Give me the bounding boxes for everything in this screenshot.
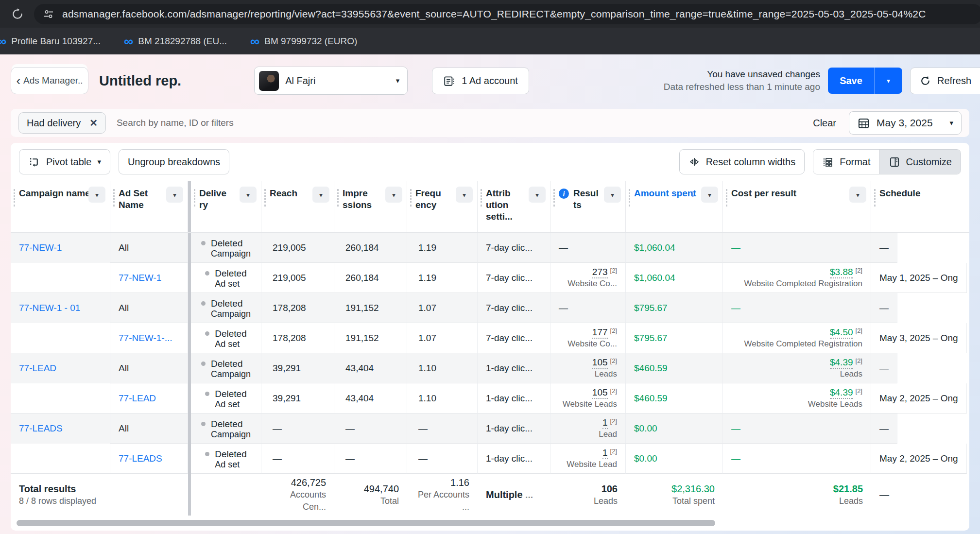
column-header-reach[interactable]: Reach ▾ [261,181,334,232]
adset-name-cell[interactable]: 77-NEW-1-... [110,323,188,353]
adset-name-cell[interactable]: 77-NEW-1 [110,263,188,293]
delivery-cell: Deleted Ad set [191,323,261,353]
column-header-adset-name[interactable]: Ad Set Name ▾ [110,181,188,232]
attribution-cell: 1-day clic... [478,444,550,474]
impressions-cell: 191,152 [334,293,407,323]
adset-name-cell[interactable]: All [110,413,188,444]
column-menu-button[interactable]: ▾ [166,187,183,203]
schedule-cell: May 1, 2025 – Ong [871,263,967,293]
reload-icon[interactable] [8,4,27,24]
frequency-cell: 1.10 [407,353,478,383]
campaign-name-cell[interactable] [11,383,110,413]
clear-filters-link[interactable]: Clear [813,118,836,129]
cost-per-result-cell: — [723,293,871,323]
search-input[interactable] [117,118,428,128]
save-options-button[interactable]: ▾ [874,68,902,94]
column-menu-button[interactable]: ▾ [849,187,866,203]
column-header-impressions[interactable]: Impressions ▾ [334,181,407,232]
report-table: Campaign name ▾ Ad Set Name ▾ Delivery ▾ [11,181,969,530]
adset-name-cell[interactable]: All [110,353,188,383]
results-cell: 273 [2] Website Co... [550,263,626,293]
column-header-cost-per-result[interactable]: Cost per result ▾ [723,181,871,232]
results-cell: — [550,233,626,263]
impressions-cell: 191,152 [334,323,407,353]
date-range-picker[interactable]: May 3, 2025 ▾ [849,111,962,135]
sort-descending-icon[interactable]: ↓ [690,188,696,199]
reset-column-widths-button[interactable]: Reset column widths [679,149,805,174]
info-icon[interactable]: i [559,189,569,199]
url-bar[interactable]: adsmanager.facebook.com/adsmanager/repor… [34,4,980,24]
bookmark-item[interactable]: ∞ BM 218292788 (EU... [124,36,227,47]
column-header-results[interactable]: i Results ▾ [550,181,626,232]
refresh-button[interactable]: Refresh [910,68,980,94]
site-settings-icon[interactable] [43,8,54,20]
rows-displayed-text: 8 / 8 rows displayed [19,495,180,507]
drag-handle-icon[interactable] [553,189,555,207]
drag-handle-icon[interactable] [264,189,266,207]
pivot-table-dropdown[interactable]: Pivot table ▾ [19,149,110,174]
deleted-status-dot-icon [201,422,206,426]
column-header-delivery[interactable]: Delivery ▾ [191,181,261,232]
bookmark-item[interactable]: ∞ Profile Baru 103927... [0,36,101,47]
campaign-name-cell[interactable]: 77-LEAD [11,353,110,383]
format-icon [822,156,834,168]
column-menu-button[interactable]: ▾ [312,187,329,203]
report-table-card: Pivot table ▾ Ungroup breakdowns Reset c… [11,143,969,531]
drag-handle-icon[interactable] [14,189,15,207]
had-delivery-filter-chip[interactable]: Had delivery ✕ [18,112,106,134]
column-menu-button[interactable]: ▾ [385,187,402,203]
remove-filter-icon[interactable]: ✕ [89,117,98,129]
impressions-cell: — [334,444,407,474]
adset-name-cell[interactable]: All [110,233,188,263]
campaign-name-cell[interactable] [11,444,110,474]
adset-name-cell[interactable]: 77-LEADS [110,444,188,474]
column-header-campaign-name[interactable]: Campaign name ▾ [11,181,110,232]
schedule-cell: May 2, 2025 – Ong [871,383,967,413]
column-header-amount-spent[interactable]: Amount spent ↓ ▾ [626,181,723,232]
deleted-status-dot-icon [205,452,209,456]
column-menu-button[interactable]: ▾ [456,187,473,203]
table-header-row: Campaign name ▾ Ad Set Name ▾ Delivery ▾ [11,181,969,233]
drag-handle-icon[interactable] [337,189,339,207]
horizontal-scrollbar[interactable] [17,520,715,526]
table-body: 77-NEW-1 All Deleted Campaign 219,005 26… [11,233,969,474]
campaign-name-cell[interactable]: 77-NEW-1 - 01 [11,293,110,323]
drag-handle-icon[interactable] [194,189,195,207]
back-to-ads-manager-button[interactable]: ‹ Ads Manager.. [11,67,88,94]
table-row: 77-NEW-1 Deleted Ad set 219,005 260,184 … [11,263,969,293]
column-menu-button[interactable]: ▾ [240,187,257,203]
drag-handle-icon[interactable] [726,189,727,207]
drag-handle-icon[interactable] [874,189,876,207]
customize-button[interactable]: Customize [879,150,961,174]
totals-label-cell: Total results 8 / 8 rows displayed [11,474,188,516]
campaign-name-cell[interactable] [11,263,110,293]
filter-bar: Had delivery ✕ Clear May 3, 2025 ▾ [11,109,969,137]
ungroup-breakdowns-button[interactable]: Ungroup breakdowns [119,149,229,174]
reach-cell: — [261,444,334,474]
adset-name-cell[interactable]: All [110,293,188,323]
account-dropdown[interactable]: Al Fajri ▾ [254,67,408,95]
column-menu-button[interactable]: ▾ [88,187,105,203]
format-button[interactable]: Format [813,150,879,174]
bookmark-item[interactable]: ∞ BM 97999732 (EURO) [250,36,357,47]
adset-name-cell[interactable]: 77-LEAD [110,383,188,413]
column-menu-button[interactable]: ▾ [701,187,718,203]
column-header-attribution[interactable]: Attribution setti... ▾ [478,181,550,232]
url-text: adsmanager.facebook.com/adsmanager/repor… [62,8,926,20]
column-header-schedule[interactable]: Schedule [871,181,969,232]
column-menu-button[interactable]: ▾ [604,187,621,203]
drag-handle-icon[interactable] [481,189,482,207]
campaign-name-cell[interactable] [11,323,110,353]
ad-account-button[interactable]: 1 Ad account [432,68,529,94]
drag-handle-icon[interactable] [629,189,630,207]
amount-spent-cell: $0.00 [626,444,723,474]
drag-handle-icon[interactable] [410,189,412,207]
campaign-name-cell[interactable]: 77-LEADS [11,413,110,444]
column-menu-button[interactable]: ▾ [529,187,546,203]
drag-handle-icon[interactable] [113,189,115,207]
deleted-status-dot-icon [205,271,209,276]
save-button[interactable]: Save [828,68,874,94]
column-header-frequency[interactable]: Frequency ▾ [407,181,478,232]
delivery-cell: Deleted Campaign [191,233,261,263]
campaign-name-cell[interactable]: 77-NEW-1 [11,233,110,263]
